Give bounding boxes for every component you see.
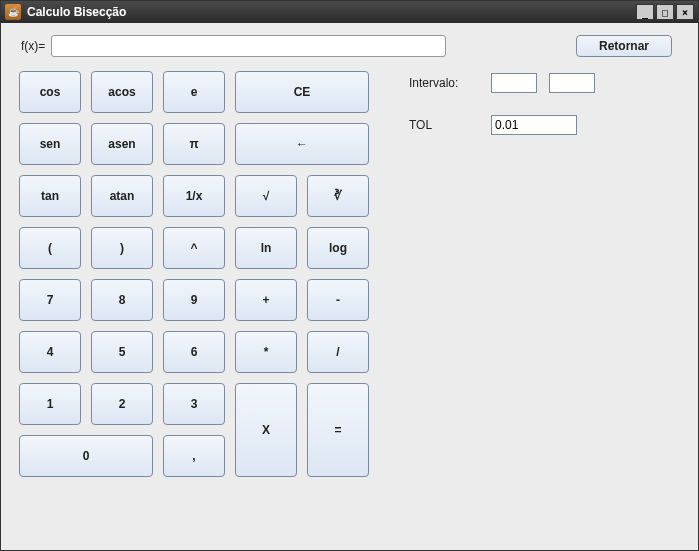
titlebar: ☕ Calculo Bisecção _ □ × [1,1,698,23]
one-key[interactable]: 1 [19,383,81,425]
keypad: cos acos e CE sen asen π ← tan atan 1/x … [19,71,369,477]
row-3: tan atan 1/x √ ∛ [19,175,369,217]
backspace-key[interactable]: ← [235,123,369,165]
acos-key[interactable]: acos [91,71,153,113]
cos-key[interactable]: cos [19,71,81,113]
eight-key[interactable]: 8 [91,279,153,321]
row-7-8: 1 2 3 0 , X = [19,383,369,477]
close-button[interactable]: × [676,4,694,20]
row-8: 0 , [19,435,225,477]
inverse-key[interactable]: 1/x [163,175,225,217]
row-6: 4 5 6 * / [19,331,369,373]
top-row: f(x)= Retornar [21,35,680,57]
row-1: cos acos e CE [19,71,369,113]
maximize-button[interactable]: □ [656,4,674,20]
five-key[interactable]: 5 [91,331,153,373]
tol-row: TOL [409,115,595,135]
row-4: ( ) ^ ln log [19,227,369,269]
zero-key[interactable]: 0 [19,435,153,477]
two-key[interactable]: 2 [91,383,153,425]
row-2: sen asen π ← [19,123,369,165]
sen-key[interactable]: sen [19,123,81,165]
ce-key[interactable]: CE [235,71,369,113]
log-key[interactable]: log [307,227,369,269]
java-icon: ☕ [5,4,21,20]
content-area: f(x)= Retornar cos acos e CE sen asen π … [1,23,698,550]
window-controls: _ □ × [636,4,694,20]
tan-key[interactable]: tan [19,175,81,217]
plus-key[interactable]: + [235,279,297,321]
sqrt-key[interactable]: √ [235,175,297,217]
fx-label: f(x)= [21,39,45,53]
tol-input[interactable] [491,115,577,135]
six-key[interactable]: 6 [163,331,225,373]
equals-key[interactable]: = [307,383,369,477]
e-key[interactable]: e [163,71,225,113]
ln-key[interactable]: ln [235,227,297,269]
three-key[interactable]: 3 [163,383,225,425]
pi-key[interactable]: π [163,123,225,165]
app-window: ☕ Calculo Bisecção _ □ × f(x)= Retornar … [0,0,699,551]
main-area: cos acos e CE sen asen π ← tan atan 1/x … [19,71,680,477]
fx-input[interactable] [51,35,446,57]
divide-key[interactable]: / [307,331,369,373]
rparen-key[interactable]: ) [91,227,153,269]
tol-label: TOL [409,118,479,132]
asen-key[interactable]: asen [91,123,153,165]
multiply-key[interactable]: * [235,331,297,373]
atan-key[interactable]: atan [91,175,153,217]
four-key[interactable]: 4 [19,331,81,373]
cbrt-key[interactable]: ∛ [307,175,369,217]
minus-key[interactable]: - [307,279,369,321]
side-panel: Intervalo: TOL [409,71,595,477]
intervalo-a-input[interactable] [491,73,537,93]
row-7: 1 2 3 [19,383,225,425]
intervalo-row: Intervalo: [409,73,595,93]
lparen-key[interactable]: ( [19,227,81,269]
power-key[interactable]: ^ [163,227,225,269]
col123-0: 1 2 3 0 , [19,383,225,477]
retornar-button[interactable]: Retornar [576,35,672,57]
row-5: 7 8 9 + - [19,279,369,321]
minimize-button[interactable]: _ [636,4,654,20]
window-title: Calculo Bisecção [27,5,636,19]
intervalo-label: Intervalo: [409,76,479,90]
seven-key[interactable]: 7 [19,279,81,321]
nine-key[interactable]: 9 [163,279,225,321]
x-key[interactable]: X [235,383,297,477]
comma-key[interactable]: , [163,435,225,477]
intervalo-b-input[interactable] [549,73,595,93]
